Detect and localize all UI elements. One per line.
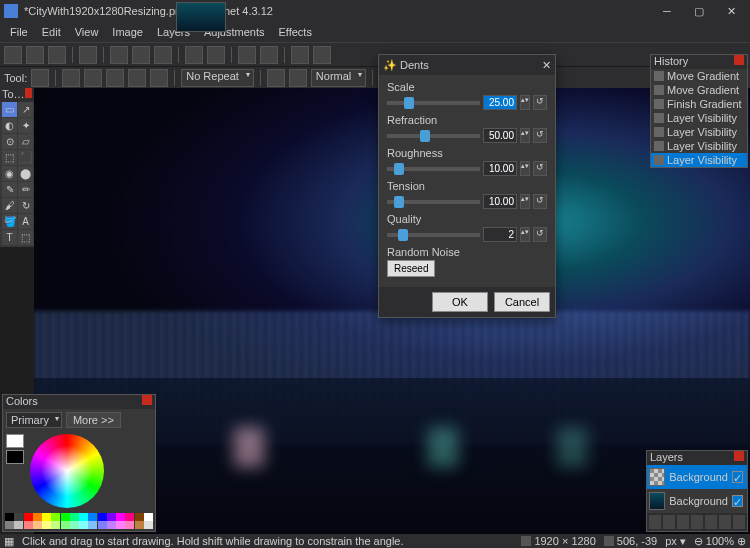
layer-delete[interactable] [663, 515, 675, 529]
palette-swatch[interactable] [51, 513, 60, 521]
spin[interactable]: ▴▾ [520, 194, 530, 209]
history-item[interactable]: Layer Visibility [651, 139, 747, 153]
history-item[interactable]: Move Gradient [651, 69, 747, 83]
history-item[interactable]: Layer Visibility [651, 125, 747, 139]
spin[interactable]: ▴▾ [520, 161, 530, 176]
tool-picker[interactable] [31, 69, 49, 87]
menu-file[interactable]: File [4, 24, 34, 40]
tool-15[interactable]: A [18, 214, 33, 229]
palette-swatch[interactable] [107, 513, 116, 521]
tool-3[interactable]: ✦ [18, 118, 33, 133]
open-button[interactable] [26, 46, 44, 64]
zoom-in[interactable]: ⊕ [737, 535, 746, 548]
tool-12[interactable]: 🖌 [2, 198, 17, 213]
menu-edit[interactable]: Edit [36, 24, 67, 40]
palette-swatch[interactable] [42, 521, 51, 529]
tool-10[interactable]: ✎ [2, 182, 17, 197]
foreground-swatch[interactable] [6, 434, 24, 448]
grid-button[interactable] [291, 46, 309, 64]
cancel-button[interactable]: Cancel [494, 292, 550, 312]
ok-button[interactable]: OK [432, 292, 488, 312]
tool-14[interactable]: 🪣 [2, 214, 17, 229]
palette-swatch[interactable] [144, 513, 153, 521]
tool-16[interactable]: T [2, 230, 17, 245]
layer-duplicate[interactable] [677, 515, 689, 529]
colors-close[interactable] [142, 395, 152, 405]
deselect-button[interactable] [207, 46, 225, 64]
tool-7[interactable]: ⬛ [18, 150, 33, 165]
scale-input[interactable] [483, 95, 517, 110]
color-wheel[interactable] [30, 434, 104, 508]
history-item[interactable]: Finish Gradient [651, 97, 747, 111]
layer-visibility[interactable]: ✓ [732, 495, 743, 507]
fill-opt[interactable] [84, 69, 102, 87]
palette-swatch[interactable] [116, 521, 125, 529]
reset[interactable]: ↺ [533, 161, 547, 176]
quality-input[interactable] [483, 227, 517, 242]
refraction-input[interactable] [483, 128, 517, 143]
tension-input[interactable] [483, 194, 517, 209]
dialog-close[interactable]: ✕ [542, 59, 551, 72]
palette-swatch[interactable] [135, 513, 144, 521]
save-button[interactable] [48, 46, 66, 64]
spin[interactable]: ▴▾ [520, 227, 530, 242]
tool-17[interactable]: ⬚ [18, 230, 33, 245]
palette-swatch[interactable] [98, 521, 107, 529]
print-button[interactable] [79, 46, 97, 64]
palette-swatch[interactable] [61, 521, 70, 529]
reset[interactable]: ↺ [533, 95, 547, 110]
palette-swatch[interactable] [42, 513, 51, 521]
reset[interactable]: ↺ [533, 227, 547, 242]
refraction-slider[interactable] [387, 134, 480, 138]
undo-button[interactable] [238, 46, 256, 64]
spin[interactable]: ▴▾ [520, 95, 530, 110]
tool-0[interactable]: ▭ [2, 102, 17, 117]
palette-swatch[interactable] [144, 521, 153, 529]
tool-6[interactable]: ⬚ [2, 150, 17, 165]
alpha-toggle[interactable] [289, 69, 307, 87]
roughness-slider[interactable] [387, 167, 480, 171]
layer-visibility[interactable]: ✓ [732, 471, 743, 483]
redo-button[interactable] [260, 46, 278, 64]
history-item[interactable]: Layer Visibility [651, 111, 747, 125]
tool-9[interactable]: ⬤ [18, 166, 33, 181]
reseed-button[interactable]: Reseed [387, 260, 435, 277]
zoom-out[interactable]: ⊖ [694, 535, 703, 548]
palette-swatch[interactable] [70, 513, 79, 521]
palette-swatch[interactable] [98, 513, 107, 521]
layer-merge[interactable] [691, 515, 703, 529]
new-button[interactable] [4, 46, 22, 64]
palette-swatch[interactable] [88, 521, 97, 529]
tension-slider[interactable] [387, 200, 480, 204]
tool-4[interactable]: ⊙ [2, 134, 17, 149]
menu-image[interactable]: Image [106, 24, 149, 40]
tool-13[interactable]: ↻ [18, 198, 33, 213]
zoom-level[interactable]: 100% [706, 535, 734, 547]
palette-swatch[interactable] [33, 521, 42, 529]
palette-swatch[interactable] [33, 513, 42, 521]
tool-8[interactable]: ◉ [2, 166, 17, 181]
palette-swatch[interactable] [107, 521, 116, 529]
history-item[interactable]: Move Gradient [651, 83, 747, 97]
palette-swatch[interactable] [125, 513, 134, 521]
copy-button[interactable] [132, 46, 150, 64]
scale-slider[interactable] [387, 101, 480, 105]
close-button[interactable]: ✕ [716, 1, 746, 21]
reset[interactable]: ↺ [533, 194, 547, 209]
more-button[interactable]: More >> [66, 412, 121, 428]
blend-dropdown[interactable]: Normal [311, 69, 366, 87]
layer-item[interactable]: Background✓ [647, 489, 747, 513]
ruler-button[interactable] [313, 46, 331, 64]
palette-swatch[interactable] [14, 521, 23, 529]
repeat-dropdown[interactable]: No Repeat [181, 69, 254, 87]
palette-swatch[interactable] [125, 521, 134, 529]
menu-effects[interactable]: Effects [273, 24, 318, 40]
layer-props[interactable] [733, 515, 745, 529]
tool-5[interactable]: ▱ [18, 134, 33, 149]
minimize-button[interactable]: ─ [652, 1, 682, 21]
layer-down[interactable] [719, 515, 731, 529]
tool-2[interactable]: ◐ [2, 118, 17, 133]
cut-button[interactable] [110, 46, 128, 64]
layer-item[interactable]: Background✓ [647, 465, 747, 489]
palette-swatch[interactable] [5, 521, 14, 529]
